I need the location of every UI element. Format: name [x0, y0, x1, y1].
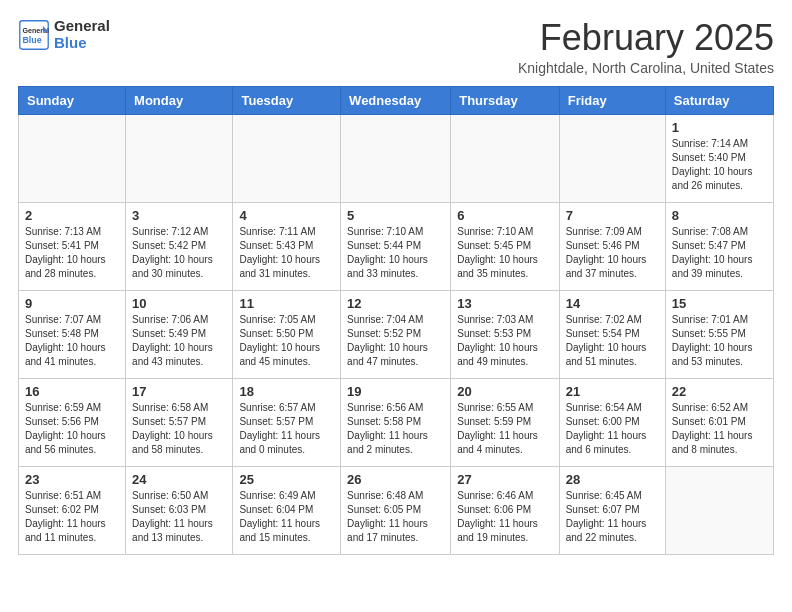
col-header-friday: Friday: [559, 86, 665, 114]
day-info: Sunrise: 7:08 AM Sunset: 5:47 PM Dayligh…: [672, 225, 767, 281]
day-number: 18: [239, 384, 334, 399]
day-info: Sunrise: 6:52 AM Sunset: 6:01 PM Dayligh…: [672, 401, 767, 457]
day-info: Sunrise: 7:12 AM Sunset: 5:42 PM Dayligh…: [132, 225, 226, 281]
header: General Blue General Blue February 2025 …: [18, 18, 774, 76]
day-number: 13: [457, 296, 552, 311]
day-info: Sunrise: 7:02 AM Sunset: 5:54 PM Dayligh…: [566, 313, 659, 369]
day-number: 27: [457, 472, 552, 487]
calendar-cell: 11Sunrise: 7:05 AM Sunset: 5:50 PM Dayli…: [233, 290, 341, 378]
day-info: Sunrise: 7:03 AM Sunset: 5:53 PM Dayligh…: [457, 313, 552, 369]
calendar-cell: [451, 114, 559, 202]
day-info: Sunrise: 6:55 AM Sunset: 5:59 PM Dayligh…: [457, 401, 552, 457]
week-row-2: 2Sunrise: 7:13 AM Sunset: 5:41 PM Daylig…: [19, 202, 774, 290]
day-info: Sunrise: 7:13 AM Sunset: 5:41 PM Dayligh…: [25, 225, 119, 281]
day-info: Sunrise: 7:07 AM Sunset: 5:48 PM Dayligh…: [25, 313, 119, 369]
day-info: Sunrise: 6:48 AM Sunset: 6:05 PM Dayligh…: [347, 489, 444, 545]
svg-text:Blue: Blue: [22, 35, 41, 45]
week-row-1: 1Sunrise: 7:14 AM Sunset: 5:40 PM Daylig…: [19, 114, 774, 202]
calendar-cell: [233, 114, 341, 202]
day-number: 8: [672, 208, 767, 223]
day-number: 10: [132, 296, 226, 311]
day-info: Sunrise: 7:11 AM Sunset: 5:43 PM Dayligh…: [239, 225, 334, 281]
week-row-4: 16Sunrise: 6:59 AM Sunset: 5:56 PM Dayli…: [19, 378, 774, 466]
calendar-cell: [665, 466, 773, 554]
day-number: 19: [347, 384, 444, 399]
day-info: Sunrise: 7:09 AM Sunset: 5:46 PM Dayligh…: [566, 225, 659, 281]
day-number: 12: [347, 296, 444, 311]
calendar-cell: 14Sunrise: 7:02 AM Sunset: 5:54 PM Dayli…: [559, 290, 665, 378]
day-number: 22: [672, 384, 767, 399]
calendar-cell: 3Sunrise: 7:12 AM Sunset: 5:42 PM Daylig…: [126, 202, 233, 290]
day-info: Sunrise: 6:54 AM Sunset: 6:00 PM Dayligh…: [566, 401, 659, 457]
day-info: Sunrise: 6:45 AM Sunset: 6:07 PM Dayligh…: [566, 489, 659, 545]
month-title: February 2025: [518, 18, 774, 58]
day-info: Sunrise: 7:10 AM Sunset: 5:44 PM Dayligh…: [347, 225, 444, 281]
calendar-cell: [341, 114, 451, 202]
calendar-cell: [559, 114, 665, 202]
calendar-cell: 9Sunrise: 7:07 AM Sunset: 5:48 PM Daylig…: [19, 290, 126, 378]
day-number: 20: [457, 384, 552, 399]
col-header-wednesday: Wednesday: [341, 86, 451, 114]
location: Knightdale, North Carolina, United State…: [518, 60, 774, 76]
logo: General Blue General Blue: [18, 18, 110, 51]
calendar-cell: 13Sunrise: 7:03 AM Sunset: 5:53 PM Dayli…: [451, 290, 559, 378]
day-number: 2: [25, 208, 119, 223]
calendar-cell: 16Sunrise: 6:59 AM Sunset: 5:56 PM Dayli…: [19, 378, 126, 466]
calendar-cell: 27Sunrise: 6:46 AM Sunset: 6:06 PM Dayli…: [451, 466, 559, 554]
day-number: 3: [132, 208, 226, 223]
day-info: Sunrise: 6:56 AM Sunset: 5:58 PM Dayligh…: [347, 401, 444, 457]
week-row-3: 9Sunrise: 7:07 AM Sunset: 5:48 PM Daylig…: [19, 290, 774, 378]
calendar-header-row: SundayMondayTuesdayWednesdayThursdayFrid…: [19, 86, 774, 114]
day-number: 21: [566, 384, 659, 399]
calendar-cell: 6Sunrise: 7:10 AM Sunset: 5:45 PM Daylig…: [451, 202, 559, 290]
day-number: 7: [566, 208, 659, 223]
day-number: 26: [347, 472, 444, 487]
day-info: Sunrise: 6:49 AM Sunset: 6:04 PM Dayligh…: [239, 489, 334, 545]
calendar-cell: 23Sunrise: 6:51 AM Sunset: 6:02 PM Dayli…: [19, 466, 126, 554]
calendar-cell: 18Sunrise: 6:57 AM Sunset: 5:57 PM Dayli…: [233, 378, 341, 466]
calendar-cell: 22Sunrise: 6:52 AM Sunset: 6:01 PM Dayli…: [665, 378, 773, 466]
day-number: 25: [239, 472, 334, 487]
col-header-saturday: Saturday: [665, 86, 773, 114]
day-number: 6: [457, 208, 552, 223]
calendar-cell: 19Sunrise: 6:56 AM Sunset: 5:58 PM Dayli…: [341, 378, 451, 466]
day-number: 5: [347, 208, 444, 223]
title-block: February 2025 Knightdale, North Carolina…: [518, 18, 774, 76]
calendar-cell: 4Sunrise: 7:11 AM Sunset: 5:43 PM Daylig…: [233, 202, 341, 290]
col-header-thursday: Thursday: [451, 86, 559, 114]
logo-blue: Blue: [54, 35, 110, 52]
calendar-cell: 1Sunrise: 7:14 AM Sunset: 5:40 PM Daylig…: [665, 114, 773, 202]
day-number: 28: [566, 472, 659, 487]
page: General Blue General Blue February 2025 …: [0, 0, 792, 573]
week-row-5: 23Sunrise: 6:51 AM Sunset: 6:02 PM Dayli…: [19, 466, 774, 554]
day-info: Sunrise: 7:05 AM Sunset: 5:50 PM Dayligh…: [239, 313, 334, 369]
day-number: 15: [672, 296, 767, 311]
day-info: Sunrise: 6:57 AM Sunset: 5:57 PM Dayligh…: [239, 401, 334, 457]
day-number: 9: [25, 296, 119, 311]
calendar-cell: 7Sunrise: 7:09 AM Sunset: 5:46 PM Daylig…: [559, 202, 665, 290]
day-info: Sunrise: 7:04 AM Sunset: 5:52 PM Dayligh…: [347, 313, 444, 369]
col-header-monday: Monday: [126, 86, 233, 114]
calendar-cell: 5Sunrise: 7:10 AM Sunset: 5:44 PM Daylig…: [341, 202, 451, 290]
day-info: Sunrise: 7:01 AM Sunset: 5:55 PM Dayligh…: [672, 313, 767, 369]
calendar: SundayMondayTuesdayWednesdayThursdayFrid…: [18, 86, 774, 555]
day-number: 16: [25, 384, 119, 399]
day-info: Sunrise: 6:51 AM Sunset: 6:02 PM Dayligh…: [25, 489, 119, 545]
calendar-cell: 25Sunrise: 6:49 AM Sunset: 6:04 PM Dayli…: [233, 466, 341, 554]
calendar-cell: 17Sunrise: 6:58 AM Sunset: 5:57 PM Dayli…: [126, 378, 233, 466]
day-info: Sunrise: 7:06 AM Sunset: 5:49 PM Dayligh…: [132, 313, 226, 369]
day-number: 14: [566, 296, 659, 311]
logo-general: General: [54, 18, 110, 35]
calendar-cell: 24Sunrise: 6:50 AM Sunset: 6:03 PM Dayli…: [126, 466, 233, 554]
calendar-cell: 12Sunrise: 7:04 AM Sunset: 5:52 PM Dayli…: [341, 290, 451, 378]
day-number: 17: [132, 384, 226, 399]
calendar-cell: [126, 114, 233, 202]
calendar-cell: [19, 114, 126, 202]
logo-icon: General Blue: [18, 19, 50, 51]
day-number: 4: [239, 208, 334, 223]
calendar-cell: 21Sunrise: 6:54 AM Sunset: 6:00 PM Dayli…: [559, 378, 665, 466]
col-header-tuesday: Tuesday: [233, 86, 341, 114]
day-info: Sunrise: 6:50 AM Sunset: 6:03 PM Dayligh…: [132, 489, 226, 545]
day-info: Sunrise: 6:58 AM Sunset: 5:57 PM Dayligh…: [132, 401, 226, 457]
day-number: 23: [25, 472, 119, 487]
